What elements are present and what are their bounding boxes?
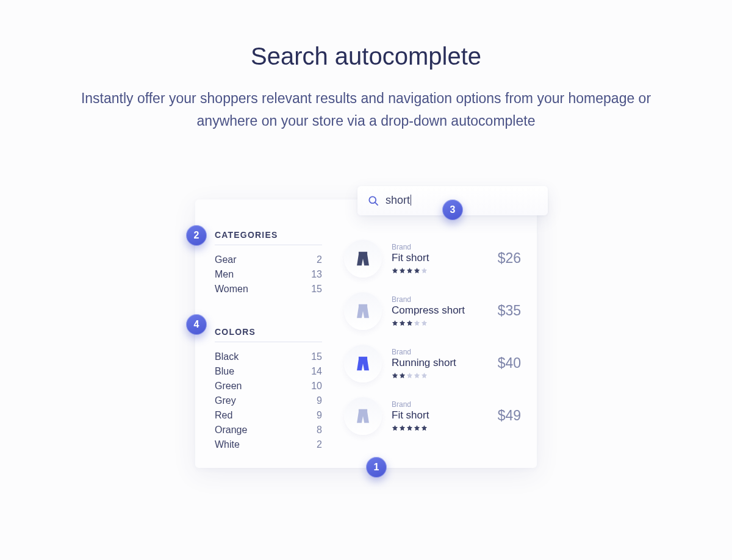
product-info: BrandFit short: [392, 400, 479, 431]
product-brand: Brand: [392, 400, 479, 409]
product-brand: Brand: [392, 348, 479, 356]
facet-label: Red: [215, 410, 232, 421]
product-price: $35: [489, 303, 521, 319]
product-thumb: [344, 345, 382, 382]
callout-1: 1: [366, 457, 387, 478]
search-icon: [367, 195, 379, 207]
facet-categories: CATEGORIES Gear2Men13Women15: [215, 230, 322, 296]
star-icon: [421, 372, 428, 379]
facet-label: Orange: [215, 425, 247, 436]
product-name: Fit short: [392, 409, 479, 422]
product-thumb: [344, 292, 382, 330]
shorts-icon: [353, 406, 373, 426]
facet-item[interactable]: Black15: [215, 350, 322, 364]
product-row[interactable]: BrandFit short$49: [344, 397, 521, 435]
svg-line-1: [375, 202, 378, 204]
callout-3: 3: [442, 199, 463, 220]
facet-count: 10: [311, 381, 322, 392]
facet-label: Green: [215, 381, 242, 392]
product-info: BrandRunning short: [392, 348, 479, 379]
star-icon: [421, 425, 428, 431]
product-row[interactable]: BrandFit short$26: [344, 240, 521, 278]
facet-label: White: [215, 439, 240, 450]
product-price: $40: [489, 355, 521, 372]
product-rating: [392, 267, 479, 274]
facet-count: 9: [317, 410, 322, 421]
product-name: Compress short: [392, 304, 479, 317]
star-icon: [399, 425, 406, 431]
product-info: BrandFit short: [392, 243, 479, 274]
product-thumb: [344, 240, 382, 278]
facet-count: 14: [311, 366, 322, 377]
star-icon: [399, 320, 406, 326]
star-icon: [392, 372, 398, 379]
product-info: BrandCompress short: [392, 295, 479, 326]
star-icon: [392, 320, 398, 326]
star-icon: [399, 267, 406, 274]
autocomplete-panel: short CATEGORIES Gear2Men13Women15 COLOR…: [195, 199, 537, 468]
facet-label: Grey: [215, 395, 236, 406]
star-icon: [406, 425, 413, 431]
facet-item[interactable]: Gear2: [215, 253, 322, 267]
product-rating: [392, 320, 479, 326]
facet-item[interactable]: Women15: [215, 282, 322, 296]
product-row[interactable]: BrandCompress short$35: [344, 292, 521, 330]
product-name: Running short: [392, 356, 479, 370]
star-icon: [421, 320, 428, 326]
product-name: Fit short: [392, 251, 479, 265]
shorts-icon: [353, 248, 373, 269]
star-icon: [414, 372, 420, 379]
star-icon: [392, 267, 398, 274]
facet-title-categories: CATEGORIES: [215, 230, 322, 245]
facet-item[interactable]: Red9: [215, 408, 322, 423]
facet-count: 9: [317, 395, 322, 406]
callout-2: 2: [186, 225, 207, 246]
facet-label: Gear: [215, 254, 237, 265]
star-icon: [392, 425, 398, 431]
star-icon: [406, 372, 413, 379]
page-header: Search autocomplete Instantly offer your…: [0, 0, 732, 132]
facet-colors: COLORS Black15Blue14Green10Grey9Red9Oran…: [215, 327, 322, 452]
autocomplete-widget: short CATEGORIES Gear2Men13Women15 COLOR…: [195, 199, 537, 468]
product-price: $49: [489, 407, 521, 424]
facet-label: Blue: [215, 366, 234, 377]
product-rating: [392, 425, 479, 431]
star-icon: [406, 320, 413, 326]
page-subtitle: Instantly offer your shoppers relevant r…: [61, 87, 671, 132]
facet-item[interactable]: Grey9: [215, 393, 322, 408]
facet-count: 2: [317, 439, 322, 450]
facet-count: 15: [311, 284, 322, 295]
star-icon: [414, 320, 420, 326]
product-brand: Brand: [392, 243, 479, 251]
product-price: $26: [489, 250, 521, 267]
facet-count: 8: [317, 425, 322, 436]
facet-count: 15: [311, 351, 322, 362]
facet-label: Black: [215, 351, 239, 362]
facet-item[interactable]: White2: [215, 437, 322, 452]
facet-item[interactable]: Men13: [215, 267, 322, 282]
product-results: BrandFit short$26BrandCompress short$35B…: [344, 215, 521, 452]
facet-count: 2: [317, 254, 322, 265]
star-icon: [414, 267, 420, 274]
product-rating: [392, 372, 479, 379]
facet-label: Women: [215, 284, 248, 295]
star-icon: [406, 267, 413, 274]
star-icon: [399, 372, 406, 379]
product-thumb: [344, 397, 382, 435]
facet-label: Men: [215, 269, 234, 280]
product-row[interactable]: BrandRunning short$40: [344, 345, 521, 382]
facet-title-colors: COLORS: [215, 327, 322, 342]
facet-item[interactable]: Orange8: [215, 423, 322, 437]
star-icon: [414, 425, 420, 431]
product-brand: Brand: [392, 295, 479, 304]
facet-sidebar: CATEGORIES Gear2Men13Women15 COLORS Blac…: [215, 215, 322, 452]
facet-count: 13: [311, 269, 322, 280]
search-input[interactable]: short: [386, 194, 411, 207]
callout-4: 4: [186, 314, 207, 335]
facet-item[interactable]: Green10: [215, 379, 322, 393]
star-icon: [421, 267, 428, 274]
facet-item[interactable]: Blue14: [215, 364, 322, 379]
page-title: Search autocomplete: [0, 43, 732, 70]
shorts-icon: [353, 301, 373, 321]
shorts-icon: [353, 353, 373, 374]
